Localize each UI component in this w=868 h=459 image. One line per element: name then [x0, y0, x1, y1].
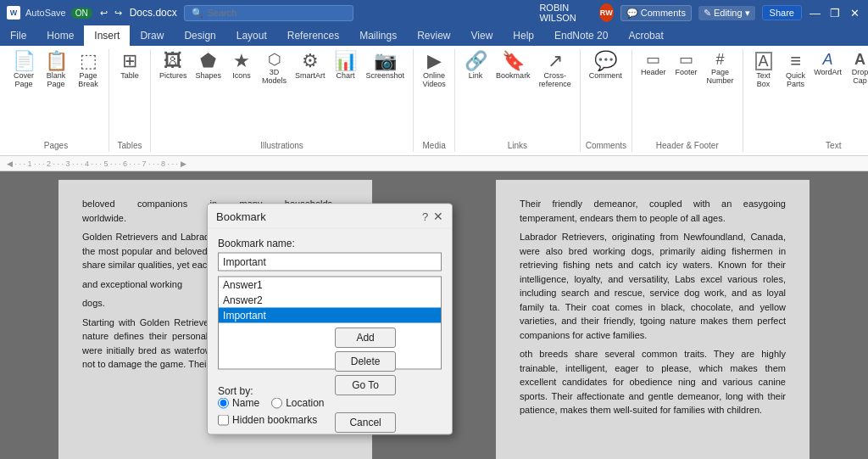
ribbon-group-media: ▶ OnlineVideos Media — [414, 49, 455, 152]
table-button[interactable]: ⊞ Table — [114, 49, 145, 82]
redo-icon[interactable]: ↪ — [112, 6, 125, 20]
header-label: Header — [641, 68, 666, 76]
links-group-label: Links — [460, 139, 575, 152]
close-button[interactable]: ✕ — [849, 4, 861, 21]
tab-references[interactable]: References — [277, 25, 349, 46]
list-item[interactable]: Answer1 — [219, 277, 441, 293]
help-icon[interactable]: ? — [422, 210, 428, 222]
cancel-button[interactable]: Cancel — [335, 412, 396, 433]
footer-icon: ▭ — [679, 52, 693, 67]
titlebar-left: W AutoSave ON ↩ ↪ Docs.docx — [7, 6, 184, 20]
restore-button[interactable]: ❐ — [828, 4, 841, 21]
tab-review[interactable]: Review — [407, 25, 460, 46]
chart-button[interactable]: 📊 Chart — [331, 49, 361, 82]
pictures-button[interactable]: 🖼 Pictures — [156, 49, 191, 82]
sort-section: Sort by: Name Location — [218, 385, 442, 409]
sort-options: Name Location — [218, 397, 442, 409]
dialog-close-button[interactable]: ✕ — [433, 210, 443, 223]
titlebar-center: 🔍 — [184, 5, 539, 21]
delete-button[interactable]: Delete — [335, 351, 396, 372]
tab-endnote[interactable]: EndNote 20 — [544, 25, 618, 46]
link-button[interactable]: 🔗 Link — [460, 49, 491, 82]
hidden-bookmarks-checkbox[interactable] — [218, 414, 229, 425]
text-group-label: Text — [748, 139, 868, 152]
table-label: Table — [120, 71, 139, 80]
share-button[interactable]: Share — [762, 5, 802, 20]
sort-name-label: Name — [232, 397, 259, 409]
minimize-button[interactable]: — — [809, 4, 821, 21]
comment-button[interactable]: 💬 Comment — [586, 49, 626, 82]
pages-group-label: Pages — [8, 139, 103, 152]
dialog-overlay: Bookmark ? ✕ Bookmark name: Answer1 Answ… — [0, 171, 868, 459]
screenshot-icon: 📷 — [374, 52, 397, 70]
search-input[interactable] — [207, 8, 334, 18]
tab-layout[interactable]: Layout — [226, 25, 277, 46]
quick-parts-button[interactable]: ≡ QuickParts — [781, 49, 811, 91]
list-item-selected[interactable]: Important — [219, 308, 441, 323]
page-number-button[interactable]: # PageNumber — [704, 49, 737, 87]
ribbon-tabs: File Home Insert Draw Design Layout Refe… — [0, 25, 868, 46]
shapes-icon: ⬟ — [200, 52, 216, 70]
comments-button[interactable]: 💬 Comments — [620, 5, 692, 21]
link-label: Link — [469, 71, 483, 80]
cover-page-icon: 📄 — [13, 52, 36, 70]
ribbon-group-links: 🔗 Link 🔖 Bookmark ↗ Cross-reference Link… — [455, 49, 581, 152]
sort-location-radio[interactable] — [271, 397, 282, 408]
text-box-button[interactable]: A TextBox — [748, 49, 779, 91]
search-bar[interactable]: 🔍 — [184, 5, 353, 21]
ribbon-group-header-footer: ▭ Header ▭ Footer # PageNumber Header & … — [632, 49, 743, 152]
drop-cap-button[interactable]: A DropCap — [845, 49, 868, 87]
undo-icon[interactable]: ↩ — [97, 6, 110, 20]
page-number-label: PageNumber — [707, 68, 734, 85]
cover-page-button[interactable]: 📄 CoverPage — [8, 49, 39, 91]
tab-home[interactable]: Home — [36, 25, 84, 46]
ribbon-content: 📄 CoverPage 📋 BlankPage ⬚ PageBreak Page… — [0, 46, 868, 155]
tab-acrobat[interactable]: Acrobat — [618, 25, 673, 46]
comment-label: Comment — [589, 71, 622, 80]
header-button[interactable]: ▭ Header — [637, 49, 670, 79]
wordart-button[interactable]: A WordArt — [813, 49, 843, 79]
bookmark-name-input[interactable] — [218, 253, 442, 271]
tab-draw[interactable]: Draw — [130, 25, 174, 46]
quick-parts-icon: ≡ — [790, 52, 801, 70]
avatar[interactable]: RW — [599, 3, 614, 22]
blank-page-button[interactable]: 📋 BlankPage — [41, 49, 71, 91]
add-button[interactable]: Add — [335, 327, 396, 348]
tab-insert[interactable]: Insert — [84, 25, 130, 46]
footer-button[interactable]: ▭ Footer — [671, 49, 702, 79]
header-footer-group-label: Header & Footer — [637, 139, 737, 152]
editing-button[interactable]: ✎ Editing ▾ — [698, 6, 755, 20]
sort-name-radio[interactable] — [218, 397, 229, 408]
dialog-footer: Sort by: Name Location — [208, 378, 452, 434]
3d-models-button[interactable]: ⬡ 3DModels — [259, 49, 290, 87]
sort-name-option[interactable]: Name — [218, 397, 259, 409]
dialog-buttons: Add Delete Go To Cancel — [335, 327, 396, 433]
list-item[interactable]: Answer2 — [219, 293, 441, 308]
text-box-icon: A — [755, 52, 772, 70]
tab-file[interactable]: File — [0, 25, 36, 46]
shapes-button[interactable]: ⬟ Shapes — [192, 49, 225, 82]
link-icon: 🔗 — [465, 52, 487, 70]
bookmark-listbox[interactable]: Answer1 Answer2 Important — [218, 277, 442, 370]
3d-models-label: 3DModels — [262, 68, 287, 85]
cross-reference-button[interactable]: ↗ Cross-reference — [536, 49, 575, 91]
tab-design[interactable]: Design — [174, 25, 225, 46]
autosave-toggle[interactable]: ON — [71, 8, 92, 19]
screenshot-button[interactable]: 📷 Screenshot — [363, 49, 409, 82]
page-break-button[interactable]: ⬚ PageBreak — [73, 49, 103, 91]
hidden-bookmarks-option[interactable]: Hidden bookmarks — [218, 414, 442, 426]
sort-location-option[interactable]: Location — [271, 397, 324, 409]
dialog-title: Bookmark — [216, 210, 266, 222]
bookmark-name-label: Bookmark name: — [218, 238, 442, 249]
online-videos-button[interactable]: ▶ OnlineVideos — [419, 49, 449, 91]
tab-mailings[interactable]: Mailings — [349, 25, 407, 46]
pictures-label: Pictures — [159, 71, 187, 80]
tab-help[interactable]: Help — [503, 25, 544, 46]
smartart-button[interactable]: ⚙ SmartArt — [292, 49, 329, 82]
icons-button[interactable]: ★ Icons — [226, 49, 257, 82]
goto-button[interactable]: Go To — [335, 375, 396, 395]
tab-view[interactable]: View — [461, 25, 504, 46]
header-icon: ▭ — [646, 52, 660, 67]
ribbon-group-illustrations: 🖼 Pictures ⬟ Shapes ★ Icons ⬡ 3DModels ⚙ — [151, 49, 414, 152]
bookmark-button[interactable]: 🔖 Bookmark — [492, 49, 534, 82]
